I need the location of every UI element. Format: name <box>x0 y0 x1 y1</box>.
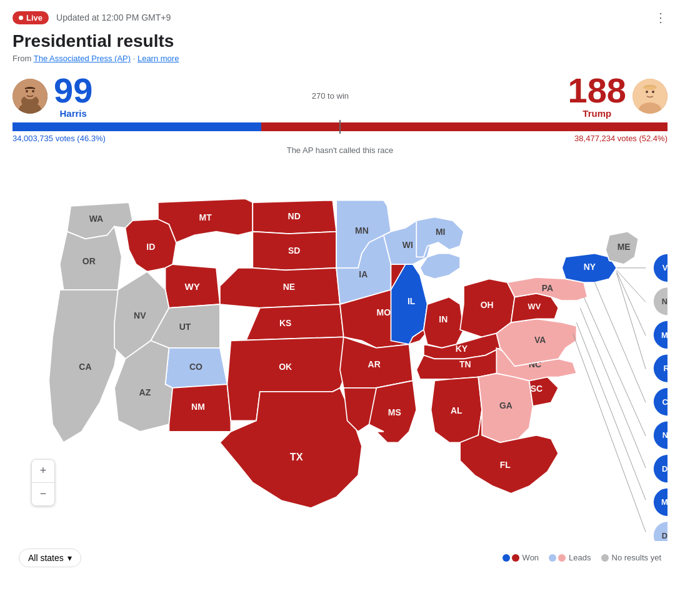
svg-line-62 <box>576 322 646 500</box>
harris-candidate: 99 Harris <box>12 73 92 119</box>
page-title: Presidential results <box>12 31 668 51</box>
midpoint-line <box>339 120 341 134</box>
no-results-label: No results yet <box>612 553 661 562</box>
svg-text:KY: KY <box>456 344 468 354</box>
svg-text:SD: SD <box>288 246 300 256</box>
leads-dot-pair <box>549 554 566 562</box>
svg-text:ID: ID <box>146 242 155 252</box>
svg-text:SC: SC <box>531 384 542 394</box>
svg-text:NE: NE <box>283 282 295 292</box>
svg-text:PA: PA <box>542 283 553 293</box>
candidates-row: 99 Harris 270 to win 188 Trump <box>12 73 668 119</box>
svg-line-57 <box>616 272 646 335</box>
svg-text:IN: IN <box>439 314 448 324</box>
svg-text:MS: MS <box>388 407 401 417</box>
svg-text:GA: GA <box>499 400 512 410</box>
source-prefix: From <box>12 54 34 63</box>
svg-line-63 <box>573 334 646 532</box>
leads-red-dot <box>558 554 566 562</box>
progress-container <box>12 122 668 131</box>
svg-text:OK: OK <box>279 362 292 372</box>
header-left: Live Updated at 12:00 PM GMT+9 <box>12 11 171 24</box>
zoom-out-button[interactable]: − <box>32 483 54 505</box>
more-options-button[interactable]: ⋮ <box>654 10 668 25</box>
trump-votes: 38,477,234 votes (52.4%) <box>574 134 668 143</box>
no-results-dot <box>601 554 609 562</box>
live-dot <box>19 16 23 20</box>
svg-text:UT: UT <box>179 322 191 332</box>
vote-counts: 34,003,735 votes (46.3%) 38,477,234 vote… <box>12 134 668 143</box>
svg-text:DE: DE <box>662 464 668 474</box>
won-blue-dot <box>502 554 510 562</box>
source-line: From The Associated Press (AP) · Learn m… <box>12 54 668 63</box>
svg-text:CO: CO <box>189 362 202 372</box>
harris-score-name: 99 Harris <box>54 73 92 119</box>
svg-text:IA: IA <box>359 269 368 279</box>
won-dot-pair <box>502 554 519 562</box>
harris-name: Harris <box>59 108 86 119</box>
svg-text:NM: NM <box>191 402 205 412</box>
zoom-in-button[interactable]: + <box>32 460 54 482</box>
svg-text:TN: TN <box>459 359 471 369</box>
live-badge: Live <box>12 11 49 24</box>
won-red-dot <box>512 554 519 562</box>
svg-point-4 <box>26 90 28 92</box>
svg-text:ME: ME <box>618 242 631 252</box>
svg-text:VA: VA <box>534 335 546 345</box>
svg-text:MN: MN <box>355 226 369 236</box>
svg-text:OR: OR <box>82 256 96 266</box>
zoom-controls: + − <box>31 459 55 506</box>
svg-line-60 <box>584 297 646 435</box>
svg-point-10 <box>652 91 654 93</box>
svg-text:MO: MO <box>377 307 391 317</box>
svg-text:WV: WV <box>528 302 541 311</box>
svg-text:WI: WI <box>402 240 413 250</box>
all-states-dropdown[interactable]: All states ▾ <box>19 549 81 567</box>
chevron-down-icon: ▾ <box>68 553 72 563</box>
svg-text:AL: AL <box>451 405 462 415</box>
header-bar: Live Updated at 12:00 PM GMT+9 ⋮ <box>12 10 668 25</box>
map-svg-container: WA OR CA ID MT WY NV UT CO <box>12 162 668 544</box>
svg-point-9 <box>646 91 648 93</box>
svg-line-59 <box>595 282 646 402</box>
harris-votes: 34,003,735 votes (46.3%) <box>12 134 106 143</box>
svg-text:TX: TX <box>290 451 303 462</box>
svg-point-11 <box>643 85 657 90</box>
svg-line-61 <box>580 308 646 468</box>
svg-text:NV: NV <box>134 310 146 320</box>
svg-point-5 <box>32 90 34 92</box>
svg-line-56 <box>616 270 646 302</box>
svg-text:WY: WY <box>184 281 199 292</box>
svg-text:DC: DC <box>662 531 668 540</box>
dropdown-label: All states <box>28 553 64 563</box>
ap-notice: The AP hasn't called this race <box>12 146 668 155</box>
won-label: Won <box>522 553 539 562</box>
learn-more-link[interactable]: Learn more <box>138 54 179 63</box>
ap-link[interactable]: The Associated Press (AP) <box>34 54 131 63</box>
harris-avatar <box>12 79 48 114</box>
svg-text:IL: IL <box>408 296 416 306</box>
trump-candidate: 188 Trump <box>568 73 668 119</box>
legend-no-results: No results yet <box>601 553 661 562</box>
harris-score: 99 <box>54 73 92 108</box>
map-wrapper: WA OR CA ID MT WY NV UT CO <box>12 162 668 567</box>
trump-score-name: 188 Trump <box>568 73 626 119</box>
legend-row: All states ▾ Won Leads No results y <box>12 549 668 567</box>
svg-line-58 <box>616 273 646 369</box>
trump-score: 188 <box>568 73 626 108</box>
legend-leads: Leads <box>549 553 591 562</box>
us-election-map[interactable]: WA OR CA ID MT WY NV UT CO <box>12 162 668 541</box>
svg-text:NY: NY <box>584 262 596 272</box>
svg-text:MI: MI <box>436 227 446 237</box>
progress-harris <box>12 122 261 131</box>
svg-text:WA: WA <box>89 214 104 224</box>
leads-label: Leads <box>569 553 591 562</box>
svg-text:KS: KS <box>279 318 291 328</box>
svg-text:NJ: NJ <box>662 430 668 440</box>
svg-text:MD: MD <box>661 497 668 507</box>
svg-text:FL: FL <box>500 460 511 470</box>
svg-text:ND: ND <box>288 211 301 221</box>
svg-text:OH: OH <box>481 300 494 310</box>
svg-text:VT: VT <box>662 263 668 272</box>
win-threshold-label: 270 to win <box>312 91 349 101</box>
